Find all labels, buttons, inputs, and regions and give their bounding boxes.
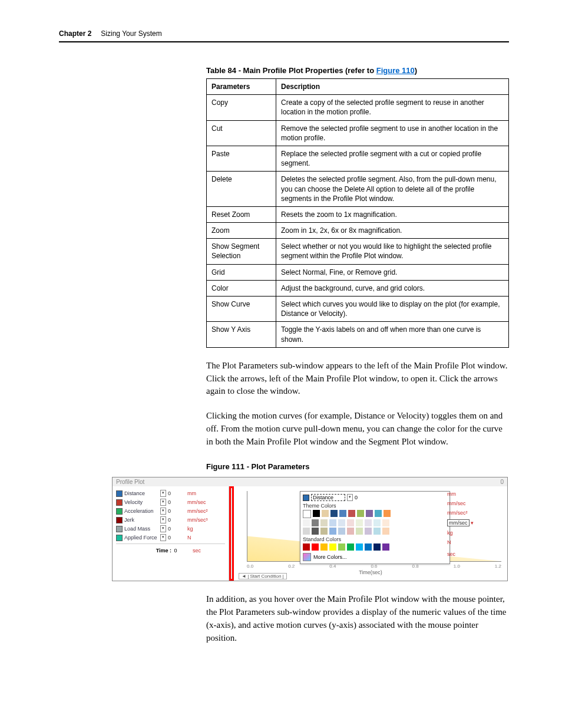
legend-dropdown[interactable]: ▾	[160, 516, 166, 523]
legend-dropdown[interactable]: ▾	[160, 525, 166, 532]
color-swatch[interactable]	[303, 543, 310, 551]
table-row: ZoomZoom in 1x, 2x, 6x or 8x magnificati…	[207, 223, 509, 239]
color-swatch[interactable]	[356, 528, 363, 535]
plot-area[interactable]: Distance ▾ 0 Theme Colors	[234, 486, 507, 581]
table-row: Show CurveSelect which curves you would …	[207, 297, 509, 322]
screenshot-profile-plot: Profile Plot 0 Distance▾0mmVelocity▾0mm/…	[112, 477, 508, 581]
col-parameters: Parameters	[207, 79, 276, 95]
plot-parameters-panel: Distance▾0mmVelocity▾0mm/secAcceleration…	[113, 486, 229, 581]
more-colors-button[interactable]: More Colors...	[303, 553, 447, 561]
color-swatch[interactable]	[303, 519, 310, 526]
color-swatch[interactable]	[347, 519, 354, 526]
color-swatch[interactable]	[339, 510, 346, 517]
legend-dropdown[interactable]: ▾	[160, 534, 166, 541]
legend-value: 0	[168, 490, 174, 496]
table-row: Show Segment SelectionSelect whether or …	[207, 239, 509, 264]
legend-value: 0	[168, 517, 174, 523]
legend-value: 0	[168, 526, 174, 532]
color-swatch[interactable]	[356, 519, 363, 526]
table-row: Show Y AxisToggle the Y-axis labels on a…	[207, 322, 509, 347]
color-swatch[interactable]	[320, 543, 328, 551]
table-row: CutRemove the selected profile segment t…	[207, 120, 509, 146]
time-label: Time :	[116, 548, 171, 554]
distance-dropdown[interactable]: ▾	[347, 494, 353, 501]
color-swatch[interactable]	[356, 543, 363, 551]
legend-unit: kg	[187, 526, 193, 532]
color-swatch[interactable]	[382, 528, 389, 535]
color-swatch[interactable]	[375, 510, 382, 517]
table-row: GridSelect Normal, Fine, or Remove grid.	[207, 264, 509, 280]
window-title: Profile Plot	[116, 479, 144, 485]
color-swatch[interactable]	[338, 543, 345, 551]
color-swatch[interactable]	[373, 543, 381, 551]
color-swatch[interactable]	[313, 510, 320, 517]
color-swatch[interactable]	[320, 528, 328, 535]
legend-row[interactable]: Applied Force▾0N	[116, 534, 225, 541]
color-swatch[interactable]	[384, 510, 391, 517]
color-swatch[interactable]	[329, 543, 336, 551]
color-swatch[interactable]	[312, 543, 319, 551]
color-swatch[interactable]	[373, 519, 381, 526]
paragraph-3: In addition, as you hover over the Main …	[206, 593, 509, 644]
legend-label: Load Mass	[124, 526, 158, 532]
start-condition-button[interactable]: ◄ | Start Condition |	[239, 573, 287, 579]
legend-color-swatch	[116, 499, 123, 506]
color-swatch[interactable]	[347, 528, 354, 535]
legend-color-swatch	[116, 535, 123, 541]
color-swatch[interactable]	[320, 519, 328, 526]
legend-color-swatch	[116, 490, 123, 497]
legend-label: Velocity	[124, 499, 158, 505]
legend-dropdown[interactable]: ▾	[160, 490, 166, 497]
legend-dropdown[interactable]: ▾	[160, 508, 166, 515]
color-swatch[interactable]	[322, 510, 329, 517]
color-swatch[interactable]	[382, 543, 389, 551]
distance-field[interactable]: Distance	[311, 494, 345, 501]
color-swatch[interactable]	[347, 543, 354, 551]
unit-dropdown[interactable]: mm/sec	[447, 519, 470, 526]
time-unit: sec	[193, 548, 201, 554]
distance-swatch	[303, 495, 309, 501]
color-swatch[interactable]	[338, 528, 345, 535]
color-swatch[interactable]	[329, 528, 336, 535]
color-swatch[interactable]	[365, 528, 372, 535]
legend-value: 0	[168, 535, 174, 541]
color-swatch[interactable]	[312, 528, 319, 535]
x-axis-ticks: 0.0 0.2 0.4 0.6 0.8 1.0 1.2	[247, 564, 501, 569]
color-swatch[interactable]	[338, 519, 345, 526]
color-swatch[interactable]	[357, 510, 364, 517]
legend-color-swatch	[116, 508, 123, 515]
time-value: 0	[171, 548, 180, 554]
legend-row[interactable]: Distance▾0mm	[116, 490, 225, 497]
legend-row[interactable]: Acceleration▾0mm/sec²	[116, 508, 225, 515]
color-swatch[interactable]	[365, 519, 372, 526]
color-swatch[interactable]	[303, 510, 311, 518]
legend-color-swatch	[116, 517, 123, 523]
figure-link[interactable]: Figure 110	[376, 66, 415, 75]
color-swatch[interactable]	[382, 519, 389, 526]
color-swatch[interactable]	[365, 543, 372, 551]
header-rule	[59, 41, 509, 42]
color-swatch[interactable]	[373, 528, 381, 535]
table-row: PasteReplace the selected profile segmen…	[207, 146, 509, 171]
color-swatch[interactable]	[303, 528, 310, 535]
color-swatch[interactable]	[366, 510, 373, 517]
table-row: DeleteDeletes the selected profile segme…	[207, 172, 509, 207]
table-row: ColorAdjust the background, curve, and g…	[207, 280, 509, 296]
legend-unit: N	[187, 535, 191, 541]
paragraph-1: The Plot Parameters sub-window appears t…	[206, 360, 509, 398]
legend-row[interactable]: Load Mass▾0kg	[116, 525, 225, 532]
color-swatch[interactable]	[330, 510, 338, 517]
legend-dropdown[interactable]: ▾	[160, 499, 166, 506]
color-swatch[interactable]	[348, 510, 355, 517]
color-picker-overlay[interactable]: Distance ▾ 0 Theme Colors	[300, 491, 450, 564]
legend-unit: mm/sec²	[187, 508, 208, 514]
color-swatch[interactable]	[312, 519, 319, 526]
legend-row[interactable]: Velocity▾0mm/sec	[116, 499, 225, 506]
theme-colors-label: Theme Colors	[303, 503, 447, 509]
figure-title: Figure 111 - Plot Parameters	[206, 462, 509, 471]
legend-label: Distance	[124, 490, 158, 496]
color-swatch[interactable]	[329, 519, 336, 526]
legend-row[interactable]: Jerk▾0mm/sec³	[116, 516, 225, 523]
table-row: CopyCreate a copy of the selected profil…	[207, 95, 509, 120]
panel-resize-handle[interactable]	[229, 486, 234, 581]
